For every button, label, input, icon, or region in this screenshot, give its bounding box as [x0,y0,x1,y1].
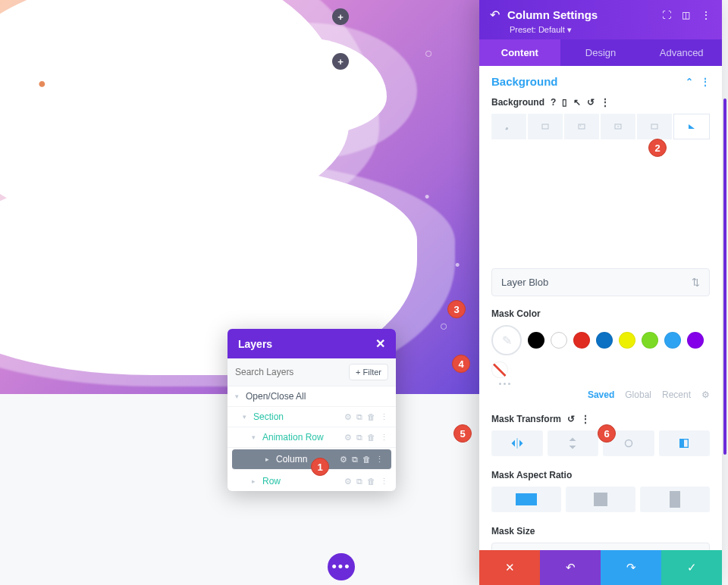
kebab-icon[interactable]: ⋮ [380,433,388,443]
bg-tab-image[interactable] [564,114,599,139]
layers-search-input[interactable] [235,367,349,377]
bg-tab-gradient[interactable] [528,114,563,139]
expand-icon[interactable]: ⛶ [662,10,671,20]
layer-label: Animation Row [262,432,344,443]
kebab-icon[interactable]: ⋮ [581,414,590,424]
duplicate-icon[interactable]: ⧉ [356,433,362,443]
layer-label: Section [253,411,344,422]
tab-advanced[interactable]: Advanced [641,39,722,66]
kebab-icon[interactable]: ⋮ [375,455,384,465]
redo-button[interactable]: ↷ [601,550,661,585]
section-label: Background [491,75,558,88]
cancel-button[interactable]: ✕ [479,550,540,585]
kebab-icon[interactable]: ⋮ [701,9,711,21]
mask-size-select[interactable]: Stretch to Fill ⇅ [491,543,710,550]
preset-dropdown[interactable]: Preset: Default ▾ [510,25,711,35]
aspect-square[interactable] [566,486,635,512]
help-icon[interactable]: ? [551,97,556,108]
trash-icon[interactable]: 🗑 [367,412,375,422]
color-settings-icon[interactable]: ⚙ [701,389,710,400]
layer-actions[interactable]: ⚙ ⧉ 🗑 ⋮ [344,477,388,486]
undo-button[interactable]: ↶ [540,550,601,585]
save-button[interactable]: ✓ [661,550,722,585]
settings-footer: ✕ ↶ ↷ ✓ [479,550,722,585]
section-background[interactable]: Background ⌃ ⋮ [491,75,710,88]
aspect-landscape[interactable] [491,486,561,512]
callout-1: 1 [312,457,353,477]
settings-header: ↶ Column Settings ⛶ ◫ ⋮ Preset: Default … [479,0,722,39]
background-type-tabs [491,114,710,139]
callout-3: 3 [449,299,490,319]
callout-6: 6 [599,424,640,443]
collapse-icon[interactable]: ⌃ [686,77,693,87]
svg-point-2 [580,125,582,127]
transform-flip-vertical[interactable] [548,430,599,456]
trash-icon[interactable]: 🗑 [367,477,375,486]
layer-actions[interactable]: ⚙ ⧉ 🗑 ⋮ [344,412,388,422]
swatch-red[interactable] [573,332,590,349]
swatch-black[interactable] [528,332,544,349]
svg-rect-0 [542,124,548,129]
layers-filter-button[interactable]: + Filter [349,364,388,380]
swatch-lightblue[interactable] [664,332,681,349]
column-settings-panel: ↶ Column Settings ⛶ ◫ ⋮ Preset: Default … [479,0,722,585]
bg-tab-color[interactable] [491,114,526,139]
transform-flip-horizontal[interactable] [491,430,543,456]
swatch-purple[interactable] [687,332,704,349]
color-tab-recent[interactable]: Recent [662,389,691,400]
kebab-icon[interactable]: ⋮ [380,477,388,486]
svg-rect-4 [651,124,657,129]
transform-label: Mask Transform [491,414,561,424]
tablet-icon[interactable]: ▯ [562,97,567,108]
color-tab-saved[interactable]: Saved [588,389,614,400]
gear-icon[interactable]: ⚙ [344,412,352,422]
tab-design[interactable]: Design [560,39,642,66]
swatch-green[interactable] [642,332,658,349]
builder-menu-button[interactable]: ••• [328,553,355,580]
layer-label: Row [262,476,344,486]
aspect-portrait[interactable] [640,486,710,512]
back-icon[interactable]: ↶ [490,8,500,22]
layer-actions[interactable]: ⚙ ⧉ 🗑 ⋮ [344,433,388,443]
kebab-icon[interactable]: ⋮ [601,97,610,108]
snap-icon[interactable]: ◫ [682,10,690,20]
swatch-drag-handle[interactable] [499,383,710,385]
mask-size-label: Mask Size [491,526,710,537]
mask-shape-select[interactable]: Layer Blob ⇅ [491,268,710,296]
reset-icon[interactable]: ↺ [567,414,575,424]
bg-tab-video[interactable] [601,114,635,139]
color-tab-global[interactable]: Global [625,389,651,400]
color-source-tabs: Saved Global Recent ⚙ [491,389,710,400]
add-section-button[interactable]: + [332,8,349,25]
gear-icon[interactable]: ⚙ [344,477,352,486]
hover-icon[interactable]: ↖ [573,97,581,108]
bg-tab-mask[interactable] [673,114,710,139]
color-swatches: ✎ [491,325,710,378]
swatch-yellow[interactable] [619,332,635,349]
duplicate-icon[interactable]: ⧉ [356,412,362,422]
bg-tab-pattern[interactable] [637,114,672,139]
updown-icon: ⇅ [692,277,700,288]
swatch-white[interactable] [551,332,567,349]
open-close-label: Open/Close All [246,391,388,402]
kebab-icon[interactable]: ⋮ [380,412,388,422]
duplicate-icon[interactable]: ⧉ [356,477,362,486]
reset-icon[interactable]: ↺ [587,97,595,108]
gear-icon[interactable]: ⚙ [344,433,352,443]
tab-content[interactable]: Content [479,39,560,66]
swatch-selected[interactable]: ✎ [491,325,522,355]
close-icon[interactable]: ✕ [375,336,385,351]
trash-icon[interactable]: 🗑 [367,433,375,443]
layer-animation-row[interactable]: ▾ Animation Row ⚙ ⧉ 🗑 ⋮ [228,427,396,448]
svg-rect-1 [579,124,585,129]
layers-panel-header[interactable]: Layers ✕ [228,329,396,358]
trash-icon[interactable]: 🗑 [362,455,371,465]
add-row-button[interactable]: + [332,53,349,70]
layer-section[interactable]: ▾ Section ⚙ ⧉ 🗑 ⋮ [228,407,396,427]
transform-invert[interactable] [659,430,711,456]
settings-scrollbar[interactable] [723,99,726,455]
layers-search-row: + Filter [228,358,396,386]
kebab-icon[interactable]: ⋮ [701,77,710,87]
swatch-blue[interactable] [596,332,613,349]
layers-open-close-all[interactable]: ▾ Open/Close All [228,386,396,407]
